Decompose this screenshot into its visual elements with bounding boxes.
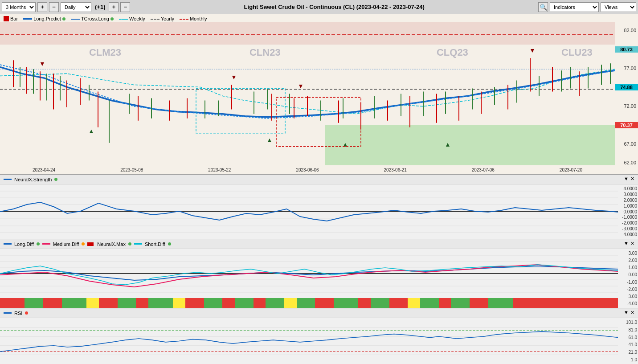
legend-monthly: Monthly (180, 16, 207, 21)
price-7037: 70.37 (615, 122, 638, 128)
price-labels: 82.00 80.73 77.00 74.88 72.00 70.37 67.0… (615, 14, 638, 174)
main-chart-svg: ▼ ▼ ▼ ▼ ▲ ▲ ▲ ▲ CLM23 CLN23 CLQ23 CLU23 (0, 22, 615, 165)
strength-header: NeuralX.Strength ▼✕ (0, 175, 638, 184)
svg-text:▼: ▼ (298, 82, 304, 90)
chart-container: Bar Long.Predict TCross.Long Weekly Year… (0, 14, 638, 364)
svg-text:CLU23: CLU23 (561, 47, 593, 58)
svg-text:CLQ23: CLQ23 (437, 47, 468, 58)
price-6700: 67.00 (615, 141, 638, 147)
indicators-select[interactable]: Indicators (550, 2, 599, 12)
strength-close[interactable]: ▼✕ (624, 176, 634, 182)
svg-rect-0 (0, 22, 615, 45)
diff-longdiff-label: Long.Diff (14, 241, 34, 247)
views-select[interactable]: Views (601, 2, 636, 12)
svg-text:▲: ▲ (445, 141, 451, 148)
date-label-4: 2023-06-06 (296, 168, 319, 172)
diff-header: Long.Diff Medium.Diff NeuralX.Max Short.… (0, 239, 638, 249)
date-label-1: 2023-04-24 (33, 168, 55, 172)
diff-panel: Long.Diff Medium.Diff NeuralX.Max Short.… (0, 239, 638, 308)
svg-text:CLM23: CLM23 (89, 47, 121, 58)
price-7200: 72.00 (615, 103, 638, 109)
svg-text:CLN23: CLN23 (249, 47, 281, 58)
svg-text:▼: ▼ (529, 47, 536, 54)
months-select[interactable]: 3 Months 1 Month 6 Months (2, 2, 36, 12)
date-label-7: 2023-07-20 (560, 168, 582, 172)
price-8200: 82.00 (615, 28, 638, 33)
period-minus-button[interactable]: − (120, 2, 130, 12)
price-6200: 62.00 (615, 160, 638, 165)
svg-text:▼: ▼ (231, 74, 237, 81)
diff-close[interactable]: ▼✕ (624, 241, 634, 246)
price-7700: 77.00 (615, 65, 638, 71)
legend-bar: Bar (4, 16, 18, 21)
svg-text:▲: ▲ (266, 136, 273, 143)
chart-title: Light Sweet Crude Oil - Continuous (CL) … (132, 4, 536, 10)
legend-tcross-long: TCross.Long (71, 16, 114, 21)
rsi-close[interactable]: ▼✕ (624, 310, 634, 315)
period-select[interactable]: Daily Weekly Monthly (61, 2, 91, 12)
rsi-chart-svg (0, 318, 618, 364)
diff-chart-svg (0, 249, 618, 298)
toolbar: 3 Months 1 Month 6 Months + − Daily Week… (0, 0, 638, 14)
price-8073: 80.73 (615, 46, 638, 53)
rsi-header: RSI ▼✕ (0, 308, 638, 318)
diff-neuralxmax-label: NeuralX.Max (97, 241, 126, 247)
svg-text:▼: ▼ (39, 60, 45, 67)
strength-panel: NeuralX.Strength ▼✕ 4.0000 3.0000 2.0000… (0, 175, 638, 239)
diff-shortdiff-label: Short.Diff (145, 241, 165, 247)
period-plus-button[interactable]: + (109, 2, 119, 12)
period-increment-label: (+1) (93, 2, 107, 12)
zoom-in-button[interactable]: + (37, 2, 47, 12)
legend-weekly: Weekly (119, 16, 145, 21)
search-button[interactable]: 🔍 (538, 2, 548, 12)
strength-y-labels: 4.0000 3.0000 2.0000 1.0000 0.0000 -1.00… (618, 184, 638, 239)
svg-text:▲: ▲ (88, 127, 94, 135)
rsi-title: RSI (14, 311, 22, 316)
date-label-3: 2023-05-22 (208, 168, 231, 172)
diff-color-band (0, 298, 618, 308)
zoom-out-button[interactable]: − (49, 2, 59, 12)
date-label-6: 2023-07-06 (472, 168, 495, 172)
rsi-panel: RSI ▼✕ 101.0 81.0 61.0 41.0 21.0 1.0 (0, 308, 638, 364)
legend-long-predict: Long.Predict (23, 16, 65, 21)
rsi-y-labels: 101.0 81.0 61.0 41.0 21.0 1.0 (618, 318, 638, 364)
strength-title: NeuralX.Strength (14, 177, 52, 182)
diff-y-labels: 3.00 2.00 1.00 0.00 -1.00 -2.00 -3.00 -4… (618, 249, 638, 308)
legend-yearly: Yearly (151, 16, 174, 21)
main-chart: Bar Long.Predict TCross.Long Weekly Year… (0, 14, 638, 175)
date-label-5: 2023-06-21 (384, 168, 407, 172)
price-7488: 74.88 (615, 84, 638, 90)
diff-mediumdiff-label: Medium.Diff (53, 241, 79, 247)
date-label-2: 2023-05-08 (120, 168, 143, 172)
strength-chart-svg (0, 184, 618, 239)
svg-rect-1 (325, 125, 615, 165)
main-legend: Bar Long.Predict TCross.Long Weekly Year… (0, 14, 210, 23)
date-axis: 2023-04-24 2023-05-08 2023-05-22 2023-06… (0, 165, 615, 174)
